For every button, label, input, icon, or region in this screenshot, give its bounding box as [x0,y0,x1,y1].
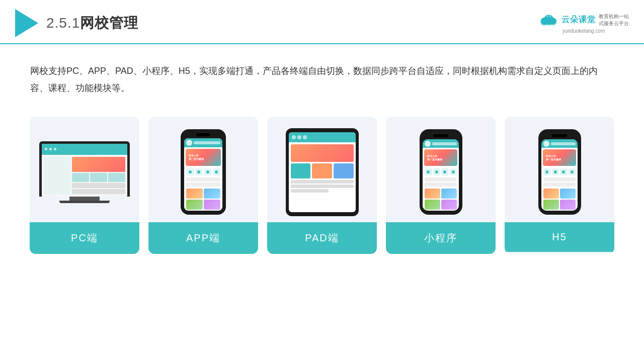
pad-body-content [289,142,356,195]
miniprogram-phone-mockup: 职达人的第一堂兴趣课 [418,129,463,215]
pad-row-3 [291,189,329,193]
miniprogram-banner: 职达人的第一堂兴趣课 [424,149,457,166]
app-top-bar [184,138,222,147]
mp-list-2 [425,183,457,187]
pad-top-bar [289,132,356,142]
miniprogram-icons [423,167,459,176]
description-text: 网校支持PC、APP、PAD、小程序、H5，实现多端打通，产品各终端自由切换，数… [0,44,644,107]
pad-nav-dot-3 [303,135,307,139]
card-h5-image: 职达人的第一堂兴趣课 [505,117,614,222]
pc-sidebar [44,157,70,195]
h5-icon-3 [560,168,568,175]
app-icon-1 [186,168,194,175]
card-miniprogram: 职达人的第一堂兴趣课 [386,117,496,254]
page-title: 2.5.1网校管理 [46,14,138,33]
card-app-label: APP端 [148,222,258,254]
brand-domain: yunduoketang.com [562,28,605,34]
app-list-1 [186,177,220,182]
h5-notch [552,134,567,137]
app-banner: 职达人的第一堂兴趣课 [186,149,221,166]
pad-tablet-screen [289,132,356,212]
miniprogram-icon-3 [441,168,449,175]
miniprogram-icon-4 [450,168,457,175]
brand-area: 云朵课堂 教育机构一站 式服务云平台 yunduoketang.com [538,13,629,34]
app-screen-content: 职达人的第一堂兴趣课 [184,138,222,211]
brand-name: 云朵课堂 [561,15,596,25]
h5-course-3 [543,200,559,210]
mp-list-1 [425,177,457,182]
pad-card-2 [312,163,332,178]
pc-dot-2 [49,148,52,150]
card-miniprogram-label: 小程序 [386,222,496,254]
card-h5: 职达人的第一堂兴趣课 [505,117,614,254]
app-icon-dot-2 [197,170,200,173]
app-course-2 [204,189,220,199]
h5-phone-body: 职达人的第一堂兴趣课 [538,129,581,215]
card-pad: PAD端 [267,117,377,254]
app-phone-screen: 职达人的第一堂兴趣课 [184,138,222,211]
pc-topbar [42,144,127,155]
pc-card-2 [90,173,107,182]
card-pad-label: PAD端 [267,222,377,254]
pc-course-rows [72,173,125,182]
h5-icon-4 [569,168,576,175]
app-phone-body: 职达人的第一堂兴趣课 [181,129,226,215]
brand-logo: 云朵课堂 教育机构一站 式服务云平台 [538,13,629,27]
app-icons-row [184,167,222,176]
h5-avatar [543,141,549,147]
card-pad-image [267,117,377,222]
card-h5-label: H5 [505,222,614,252]
pc-stand [69,197,100,201]
app-icon-dot-4 [215,170,218,173]
app-avatar [186,140,192,146]
pc-device-mockup [39,141,130,203]
card-miniprogram-image: 职达人的第一堂兴趣课 [386,117,496,222]
pad-screen-content [289,132,356,212]
app-icon-3 [204,168,212,175]
pad-card-1 [291,163,311,178]
pc-row-1 [72,183,125,188]
mp-course-3 [425,200,440,210]
h5-icon-2 [552,168,559,175]
card-pc-image [30,117,139,222]
h5-list-2 [543,183,576,187]
header-left: 2.5.1网校管理 [15,9,138,37]
mp-dot-3 [443,170,446,173]
pc-screen-inner [42,144,127,197]
h5-dot-1 [545,170,548,173]
pad-tablet-body [286,128,359,216]
pad-nav-dot-1 [292,135,296,139]
brand-slogan: 教育机构一站 式服务云平台 [599,13,629,27]
miniprogram-list [423,176,459,188]
app-course-4 [204,200,220,210]
miniprogram-icon-1 [425,168,432,175]
app-phone-notch [196,133,210,136]
h5-screen: 职达人的第一堂兴趣课 [541,139,578,211]
h5-courses [541,188,578,211]
h5-top-bar [541,139,578,148]
pad-card-3 [334,163,354,178]
mp-course-1 [425,189,440,199]
h5-dot-4 [571,170,574,173]
app-banner-text: 职达人的第一堂兴趣课 [189,154,204,160]
pad-banner [291,144,354,162]
h5-banner: 职达人的第一堂兴趣课 [543,149,576,166]
h5-icon-1 [543,168,551,175]
pc-screen-outer [39,141,130,197]
h5-text [551,142,576,145]
pc-card-3 [108,173,125,182]
pad-row-2 [291,185,354,188]
miniprogram-text [432,142,457,145]
mp-course-2 [441,189,457,199]
card-app-image: 职达人的第一堂兴趣课 [148,117,258,222]
h5-course-4 [560,200,576,210]
card-pc: PC端 [30,117,139,254]
logo-triangle-icon [15,9,38,37]
app-course-3 [186,200,203,210]
pc-base [59,201,110,203]
svg-rect-7 [541,21,556,24]
h5-list-1 [543,177,576,182]
miniprogram-avatar [425,141,431,147]
h5-course-1 [543,189,559,199]
h5-dot-3 [562,170,565,173]
